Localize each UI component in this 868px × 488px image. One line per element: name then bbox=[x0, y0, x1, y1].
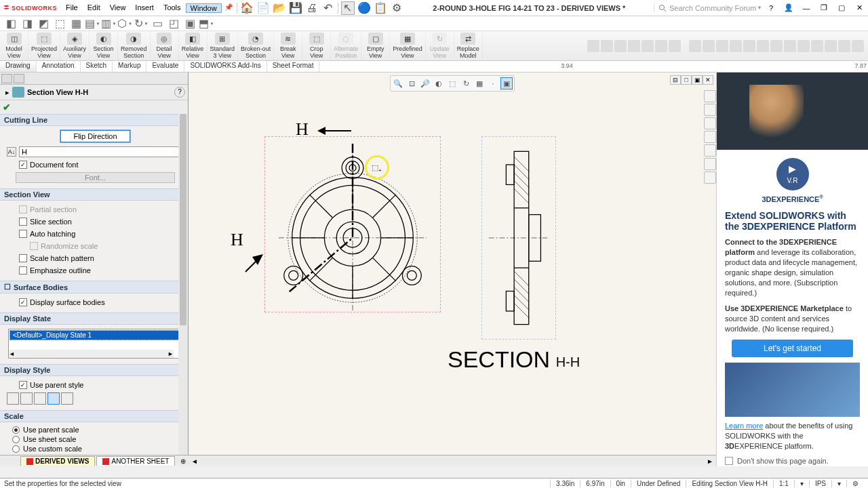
undo-icon[interactable]: ↶ bbox=[321, 1, 335, 15]
tb-icon-11[interactable]: ◰ bbox=[167, 18, 180, 30]
cmd-brokenout[interactable]: ◔Broken-outSection bbox=[238, 31, 274, 60]
pm-scrollbar[interactable] bbox=[178, 114, 188, 466]
hud-apply[interactable]: ▣ bbox=[500, 77, 513, 89]
sp-7[interactable] bbox=[704, 171, 716, 184]
cmd-section-view[interactable]: ◐SectionView bbox=[90, 31, 118, 60]
style-wireframe[interactable] bbox=[7, 392, 19, 405]
rb-1[interactable] bbox=[587, 40, 599, 52]
rb-16[interactable] bbox=[797, 40, 810, 52]
maximize-icon[interactable]: ▢ bbox=[833, 0, 850, 16]
hud-zoom-fit[interactable]: 🔍 bbox=[392, 77, 404, 89]
flip-direction-button[interactable]: Flip Direction bbox=[60, 130, 130, 142]
menu-tools[interactable]: Tools bbox=[159, 3, 186, 13]
rb-12[interactable] bbox=[743, 40, 755, 52]
tab-markup[interactable]: Markup bbox=[113, 61, 146, 72]
print-icon[interactable]: 🖨 bbox=[305, 1, 319, 15]
menu-window[interactable]: Window bbox=[186, 3, 222, 13]
pm-confirm-ok[interactable]: ✔ bbox=[3, 102, 11, 113]
open-icon[interactable]: 📂 bbox=[273, 1, 286, 15]
display-state-header[interactable]: Display State⌃ bbox=[0, 312, 188, 325]
rb-13[interactable] bbox=[757, 40, 769, 52]
sheet-another[interactable]: ANOTHER SHEET bbox=[96, 456, 175, 466]
front-view[interactable] bbox=[264, 136, 441, 312]
style-hidden-removed[interactable] bbox=[34, 392, 46, 405]
auto-hatch-checkbox[interactable] bbox=[19, 230, 27, 238]
rb-7[interactable] bbox=[669, 40, 681, 52]
sp-1[interactable] bbox=[704, 90, 716, 102]
status-arrow[interactable]: ▾ bbox=[794, 480, 809, 487]
tab-drawing[interactable]: Drawing bbox=[0, 61, 37, 72]
display-state-item[interactable]: <Default>_Display State 1 bbox=[9, 330, 181, 340]
cmd-replace-model[interactable]: ⇄ReplaceModel bbox=[454, 31, 483, 60]
help-icon[interactable]: ? bbox=[762, 0, 780, 16]
rb-19[interactable] bbox=[838, 40, 850, 52]
cmd-predefined-view[interactable]: ▦PredefinedView bbox=[390, 31, 426, 60]
tb-icon-2[interactable]: ◨ bbox=[20, 18, 34, 30]
tb-icon-4[interactable]: ⬚ bbox=[53, 18, 66, 30]
tb-icon-13[interactable]: ⬒ bbox=[199, 18, 213, 30]
cmd-projected-view[interactable]: ⬚ProjectedView bbox=[28, 31, 60, 60]
tb-icon-12[interactable]: ▣ bbox=[183, 18, 197, 30]
home-icon[interactable]: 🏠 bbox=[240, 1, 254, 15]
sheet-derived-views[interactable]: DERIVED VIEWS bbox=[20, 456, 95, 466]
doc-font-checkbox[interactable]: ✓ bbox=[19, 161, 27, 169]
rb-18[interactable] bbox=[825, 40, 837, 52]
rb-14[interactable] bbox=[770, 40, 783, 52]
rb-4[interactable] bbox=[628, 40, 640, 52]
sp-4[interactable] bbox=[704, 131, 716, 143]
options-icon[interactable]: 📋 bbox=[374, 1, 387, 15]
tab-sheetformat[interactable]: Sheet Format bbox=[267, 61, 320, 72]
emphasize-checkbox[interactable] bbox=[19, 266, 27, 274]
status-gear-icon[interactable]: ⚙ bbox=[846, 480, 864, 487]
display-state-list[interactable]: <Default>_Display State 1 ◄► bbox=[8, 329, 182, 359]
tb-icon-10[interactable]: ▭ bbox=[151, 18, 164, 30]
letter-format-icon[interactable]: A↓ bbox=[7, 147, 16, 157]
rb-10[interactable] bbox=[716, 40, 728, 52]
select-icon[interactable]: ↖ bbox=[341, 1, 355, 15]
hud-edit[interactable]: · bbox=[487, 77, 499, 89]
tb-icon-6[interactable]: ▤ bbox=[85, 18, 99, 30]
tab-sketch[interactable]: Sketch bbox=[81, 61, 113, 72]
status-units[interactable]: IPS bbox=[809, 480, 831, 487]
display-surface-checkbox[interactable]: ✓ bbox=[19, 298, 27, 306]
cutting-line-header[interactable]: Cutting Line⌃ bbox=[0, 114, 188, 126]
scale-custom-radio[interactable] bbox=[12, 445, 20, 453]
style-shaded[interactable] bbox=[61, 392, 73, 405]
vc-3[interactable]: ▣ bbox=[692, 75, 703, 85]
menu-view[interactable]: View bbox=[105, 3, 131, 13]
style-shaded-edges[interactable] bbox=[47, 392, 60, 405]
hud-section[interactable]: ◐ bbox=[433, 77, 445, 89]
cmd-crop-view[interactable]: ⬚CropView bbox=[302, 31, 331, 60]
search-box[interactable]: Search Community Forum ▼ bbox=[654, 4, 762, 12]
close-icon[interactable]: ✕ bbox=[850, 0, 868, 16]
rb-2[interactable] bbox=[601, 40, 613, 52]
scale-parent-radio[interactable] bbox=[12, 426, 20, 434]
cmd-break-view[interactable]: ≋BreakView bbox=[274, 31, 302, 60]
sp-2[interactable] bbox=[704, 104, 716, 116]
menu-insert[interactable]: Insert bbox=[130, 3, 159, 13]
menu-edit[interactable]: Edit bbox=[83, 3, 105, 13]
rb-3[interactable] bbox=[614, 40, 627, 52]
scale-hatch-checkbox[interactable] bbox=[19, 254, 27, 262]
cmd-empty-view[interactable]: ▢EmptyView bbox=[361, 31, 390, 60]
minimize-icon[interactable]: — bbox=[797, 0, 815, 16]
promo-cta-button[interactable]: Let's get started bbox=[732, 340, 853, 357]
new-icon[interactable]: 📄 bbox=[256, 1, 270, 15]
rb-15[interactable] bbox=[784, 40, 796, 52]
style-hidden-visible[interactable] bbox=[20, 392, 33, 405]
rb-20[interactable] bbox=[852, 40, 864, 52]
dont-show-checkbox[interactable] bbox=[725, 457, 733, 465]
tab-addins[interactable]: SOLIDWORKS Add-Ins bbox=[184, 61, 267, 72]
slice-checkbox[interactable] bbox=[19, 218, 27, 226]
sp-5[interactable] bbox=[704, 144, 716, 157]
tb-icon-8[interactable]: ⬡ bbox=[118, 18, 132, 30]
cmd-model-view[interactable]: ◫ModelView bbox=[0, 31, 28, 60]
display-style-header[interactable]: Display Style⌃ bbox=[0, 364, 188, 376]
tab-annotation[interactable]: Annotation bbox=[37, 61, 81, 72]
rb-8[interactable] bbox=[689, 40, 701, 52]
vc-4[interactable]: ✕ bbox=[703, 75, 713, 85]
sp-6[interactable] bbox=[704, 158, 716, 170]
section-view-header[interactable]: Section View⌃ bbox=[0, 188, 188, 201]
cmd-relative-view[interactable]: ◧RelativeView bbox=[179, 31, 208, 60]
tb-icon-7[interactable]: ▥ bbox=[102, 18, 115, 30]
